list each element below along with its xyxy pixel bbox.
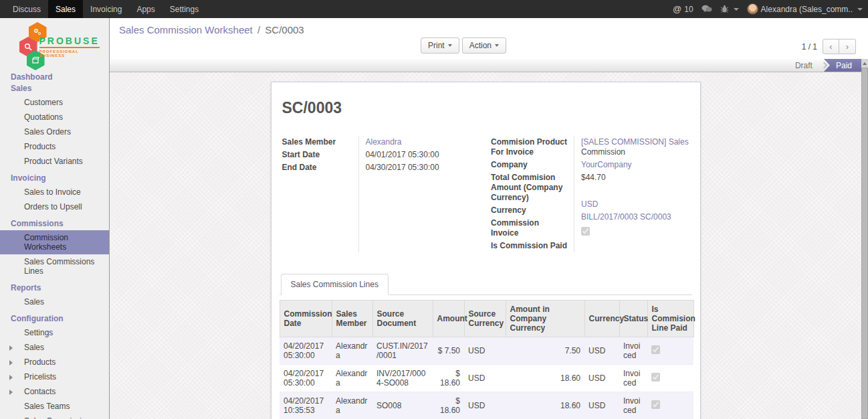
table-row[interactable]: 04/20/2017 10:35:53 Alexandra SO008 $ 18… [280, 392, 693, 419]
systray: @ 10 Alexandra (Sales_ [673, 0, 868, 18]
user-menu[interactable]: Alexandra (Sales_comm.. [747, 3, 863, 15]
col-amount[interactable]: Amount [433, 301, 464, 337]
control-panel: Sales Commission Worksheet / SC/0003 Pri… [110, 18, 868, 59]
bug-icon [720, 5, 729, 13]
app-menu: Discuss Sales Invoicing Apps Settings [0, 0, 206, 18]
cell-member: Alexandra [332, 337, 372, 365]
total-commission-value: $44.70 [581, 171, 689, 198]
sidebar-heading-configuration[interactable]: Configuration [0, 309, 109, 325]
page: Discuss Sales Invoicing Apps Settings @ … [0, 0, 868, 419]
sidebar-item-sales-commissions-lines[interactable]: Sales Commissions Lines [0, 254, 109, 278]
breadcrumb: Sales Commission Worksheet / SC/0003 [119, 24, 304, 35]
app-menu-invoicing[interactable]: Invoicing [83, 0, 129, 18]
cell-currency: USD [584, 337, 619, 365]
mentions-counter[interactable]: @ 10 [673, 4, 693, 14]
status-paid[interactable]: Paid [824, 59, 861, 72]
start-date-label: Start Date [282, 149, 357, 161]
sidebar-item-orders-to-upsell[interactable]: Orders to Upsell [0, 199, 109, 214]
sidebar-heading-sales[interactable]: Sales [0, 84, 109, 95]
commission-product-rest: Commission [581, 147, 689, 157]
messages-button[interactable] [701, 5, 712, 13]
line-paid-checkbox[interactable] [651, 373, 660, 382]
line-paid-checkbox[interactable] [651, 400, 660, 409]
sidebar-heading-reports[interactable]: Reports [0, 278, 109, 295]
line-paid-checkbox[interactable] [651, 345, 660, 354]
col-sales-member[interactable]: Sales Member [332, 301, 372, 337]
sidebar-item-quotations[interactable]: Quotations [0, 110, 109, 124]
cell-amount: $ 18.60 [433, 365, 464, 392]
expand-arrow-icon [9, 345, 13, 351]
logo-title: PROBUSE [39, 35, 100, 48]
debug-menu[interactable] [720, 5, 739, 13]
total-commission-label: Total Commision Amount (Company Currency… [491, 171, 572, 204]
chevron-down-icon [734, 8, 739, 11]
sidebar-heading-commissions[interactable]: Commissions [0, 214, 109, 230]
chat-icon [701, 5, 712, 13]
scrollbar-thumb[interactable] [861, 68, 868, 419]
col-source-currency[interactable]: Source Currency [464, 301, 506, 337]
commission-invoice-link[interactable]: BILL/2017/0003 SC/0003 [581, 212, 671, 222]
expand-arrow-icon [9, 360, 13, 365]
sidebar-item-reports-sales[interactable]: Sales [0, 295, 109, 309]
logo-box[interactable]: PROBUSE PROFESSIONAL BUSINESS [0, 18, 109, 68]
is-commission-paid-label: Is Commission Paid [491, 240, 572, 252]
cell-date: 04/20/2017 05:30:00 [280, 337, 332, 365]
col-amount-company-currency[interactable]: Amount in Company Currency [506, 301, 584, 337]
app-menu-settings[interactable]: Settings [162, 0, 206, 18]
col-is-commission-line-paid[interactable]: Is Commision Line Paid [647, 301, 693, 337]
form-view-background: SC/0003 Sales Member Start Date End Date [110, 72, 861, 419]
pager-next-button[interactable]: › [839, 39, 856, 54]
pager-previous-button[interactable]: ‹ [823, 39, 839, 54]
sidebar-item-product-variants[interactable]: Product Variants [0, 154, 109, 169]
company-value[interactable]: YourCompany [581, 160, 632, 169]
currency-value[interactable]: USD [581, 199, 598, 209]
sidebar-item-settings[interactable]: Settings [0, 325, 109, 340]
sidebar-item-sales-commission-levels[interactable]: Sales Commission Levels [0, 414, 109, 419]
sidebar-item-pricelists[interactable]: Pricelists [0, 369, 109, 384]
sidebar-item-commission-worksheets[interactable]: Commission Worksheets [0, 230, 109, 254]
sales-member-label: Sales Member [282, 136, 357, 149]
sidebar-item-sales-teams[interactable]: Sales Teams [0, 399, 109, 414]
sidebar-heading-invoicing[interactable]: Invoicing [0, 169, 109, 185]
end-date-label: End Date [282, 161, 357, 174]
table-header-row: Commission Date Sales Member Source Docu… [280, 301, 693, 337]
chevron-down-icon [857, 8, 863, 11]
app-menu-discuss[interactable]: Discuss [5, 0, 48, 18]
company-label: Company [491, 159, 572, 171]
scrollbar-up-button[interactable] [861, 59, 868, 68]
sidebar-heading-dashboard[interactable]: Dashboard [0, 68, 109, 84]
cell-amount-company: 18.60 [506, 392, 584, 419]
cell-currency: USD [584, 392, 619, 419]
print-button[interactable]: Print [421, 37, 459, 54]
col-commission-date[interactable]: Commission Date [280, 301, 332, 337]
tab-sales-commission-lines[interactable]: Sales Commission Lines [281, 274, 389, 295]
action-button[interactable]: Action [462, 37, 506, 54]
sidebar-item-config-products[interactable]: Products [0, 355, 109, 369]
is-commission-paid-checkbox[interactable] [581, 227, 590, 236]
sales-member-value[interactable]: Alexandra [366, 137, 402, 147]
status-draft[interactable]: Draft [788, 59, 822, 72]
cell-amount: $ 18.60 [433, 392, 464, 419]
table-row[interactable]: 04/20/2017 05:30:00 Alexandra CUST.IN/20… [280, 337, 693, 365]
col-status[interactable]: Status [619, 301, 647, 337]
chevron-down-icon [495, 44, 499, 47]
avatar [747, 3, 758, 15]
app-menu-apps[interactable]: Apps [129, 0, 162, 18]
sidebar-item-config-sales[interactable]: Sales [0, 340, 109, 355]
logo-subtitle: PROFESSIONAL BUSINESS [39, 50, 100, 58]
vertical-scrollbar[interactable] [861, 59, 868, 419]
breadcrumb-parent-link[interactable]: Sales Commission Worksheet [119, 24, 253, 35]
col-currency[interactable]: Currency [584, 301, 619, 337]
app-menu-sales[interactable]: Sales [48, 0, 83, 18]
sidebar-item-contacts[interactable]: Contacts [0, 384, 109, 399]
sidebar-item-sales-orders[interactable]: Sales Orders [0, 124, 109, 139]
col-source-document[interactable]: Source Document [372, 301, 433, 337]
pager-counter: 1 / 1 [802, 42, 817, 52]
sidebar-item-sales-to-invoice[interactable]: Sales to Invoice [0, 185, 109, 199]
sidebar-item-products[interactable]: Products [0, 139, 109, 154]
sidebar-item-customers[interactable]: Customers [0, 95, 109, 110]
table-row[interactable]: 04/20/2017 05:30:00 Alexandra INV/2017/0… [280, 365, 693, 392]
mention-icon: @ [673, 4, 681, 14]
commission-product-link[interactable]: [SALES COMMISSION] Sales [581, 137, 689, 147]
scroll-up-icon [863, 62, 867, 65]
